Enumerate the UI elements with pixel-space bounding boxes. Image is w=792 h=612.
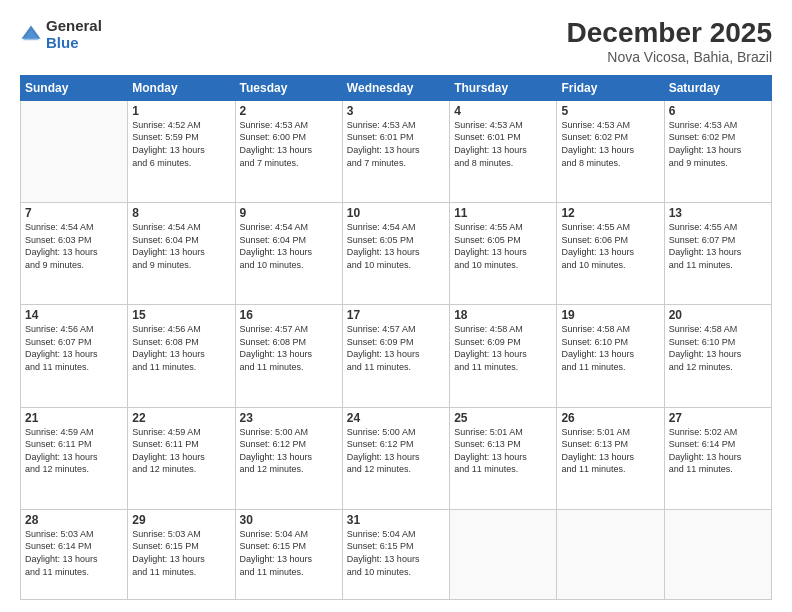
- calendar-cell: 19Sunrise: 4:58 AM Sunset: 6:10 PM Dayli…: [557, 305, 664, 407]
- day-info: Sunrise: 5:04 AM Sunset: 6:15 PM Dayligh…: [240, 528, 338, 578]
- calendar-cell: 26Sunrise: 5:01 AM Sunset: 6:13 PM Dayli…: [557, 407, 664, 509]
- calendar-cell: 25Sunrise: 5:01 AM Sunset: 6:13 PM Dayli…: [450, 407, 557, 509]
- day-info: Sunrise: 4:54 AM Sunset: 6:04 PM Dayligh…: [240, 221, 338, 271]
- logo-blue: Blue: [46, 35, 102, 52]
- calendar-cell: 21Sunrise: 4:59 AM Sunset: 6:11 PM Dayli…: [21, 407, 128, 509]
- calendar-cell: 18Sunrise: 4:58 AM Sunset: 6:09 PM Dayli…: [450, 305, 557, 407]
- day-number: 29: [132, 513, 230, 527]
- day-info: Sunrise: 4:59 AM Sunset: 6:11 PM Dayligh…: [132, 426, 230, 476]
- day-info: Sunrise: 4:53 AM Sunset: 6:00 PM Dayligh…: [240, 119, 338, 169]
- day-number: 4: [454, 104, 552, 118]
- day-info: Sunrise: 4:57 AM Sunset: 6:09 PM Dayligh…: [347, 323, 445, 373]
- day-number: 28: [25, 513, 123, 527]
- calendar-header-wednesday: Wednesday: [342, 75, 449, 100]
- calendar-header-friday: Friday: [557, 75, 664, 100]
- day-number: 27: [669, 411, 767, 425]
- calendar-cell: 23Sunrise: 5:00 AM Sunset: 6:12 PM Dayli…: [235, 407, 342, 509]
- title-block: December 2025 Nova Vicosa, Bahia, Brazil: [567, 18, 772, 65]
- calendar-cell: 31Sunrise: 5:04 AM Sunset: 6:15 PM Dayli…: [342, 509, 449, 599]
- day-info: Sunrise: 4:54 AM Sunset: 6:05 PM Dayligh…: [347, 221, 445, 271]
- day-info: Sunrise: 4:56 AM Sunset: 6:07 PM Dayligh…: [25, 323, 123, 373]
- calendar-cell: 5Sunrise: 4:53 AM Sunset: 6:02 PM Daylig…: [557, 100, 664, 202]
- calendar-cell: [21, 100, 128, 202]
- day-number: 7: [25, 206, 123, 220]
- month-title: December 2025: [567, 18, 772, 49]
- day-number: 3: [347, 104, 445, 118]
- day-info: Sunrise: 4:56 AM Sunset: 6:08 PM Dayligh…: [132, 323, 230, 373]
- calendar-header-monday: Monday: [128, 75, 235, 100]
- day-number: 12: [561, 206, 659, 220]
- logo: General Blue: [20, 18, 102, 51]
- calendar-cell: 13Sunrise: 4:55 AM Sunset: 6:07 PM Dayli…: [664, 203, 771, 305]
- day-number: 26: [561, 411, 659, 425]
- day-info: Sunrise: 5:01 AM Sunset: 6:13 PM Dayligh…: [561, 426, 659, 476]
- calendar-cell: 30Sunrise: 5:04 AM Sunset: 6:15 PM Dayli…: [235, 509, 342, 599]
- calendar-cell: 10Sunrise: 4:54 AM Sunset: 6:05 PM Dayli…: [342, 203, 449, 305]
- day-number: 2: [240, 104, 338, 118]
- location-subtitle: Nova Vicosa, Bahia, Brazil: [567, 49, 772, 65]
- calendar-cell: 24Sunrise: 5:00 AM Sunset: 6:12 PM Dayli…: [342, 407, 449, 509]
- day-info: Sunrise: 4:59 AM Sunset: 6:11 PM Dayligh…: [25, 426, 123, 476]
- day-number: 6: [669, 104, 767, 118]
- calendar-cell: [557, 509, 664, 599]
- day-info: Sunrise: 4:53 AM Sunset: 6:02 PM Dayligh…: [669, 119, 767, 169]
- calendar-week-row: 14Sunrise: 4:56 AM Sunset: 6:07 PM Dayli…: [21, 305, 772, 407]
- day-number: 9: [240, 206, 338, 220]
- day-number: 20: [669, 308, 767, 322]
- calendar-cell: 6Sunrise: 4:53 AM Sunset: 6:02 PM Daylig…: [664, 100, 771, 202]
- day-number: 31: [347, 513, 445, 527]
- day-number: 16: [240, 308, 338, 322]
- day-info: Sunrise: 4:53 AM Sunset: 6:01 PM Dayligh…: [347, 119, 445, 169]
- calendar-cell: 3Sunrise: 4:53 AM Sunset: 6:01 PM Daylig…: [342, 100, 449, 202]
- calendar-cell: 22Sunrise: 4:59 AM Sunset: 6:11 PM Dayli…: [128, 407, 235, 509]
- day-info: Sunrise: 4:54 AM Sunset: 6:03 PM Dayligh…: [25, 221, 123, 271]
- day-info: Sunrise: 5:03 AM Sunset: 6:15 PM Dayligh…: [132, 528, 230, 578]
- calendar-cell: 12Sunrise: 4:55 AM Sunset: 6:06 PM Dayli…: [557, 203, 664, 305]
- day-number: 1: [132, 104, 230, 118]
- calendar-cell: 17Sunrise: 4:57 AM Sunset: 6:09 PM Dayli…: [342, 305, 449, 407]
- calendar-cell: [450, 509, 557, 599]
- day-info: Sunrise: 4:52 AM Sunset: 5:59 PM Dayligh…: [132, 119, 230, 169]
- header: General Blue December 2025 Nova Vicosa, …: [20, 18, 772, 65]
- day-info: Sunrise: 5:02 AM Sunset: 6:14 PM Dayligh…: [669, 426, 767, 476]
- day-number: 25: [454, 411, 552, 425]
- day-info: Sunrise: 5:00 AM Sunset: 6:12 PM Dayligh…: [240, 426, 338, 476]
- calendar-header-row: SundayMondayTuesdayWednesdayThursdayFrid…: [21, 75, 772, 100]
- day-number: 22: [132, 411, 230, 425]
- day-info: Sunrise: 5:04 AM Sunset: 6:15 PM Dayligh…: [347, 528, 445, 578]
- calendar-cell: [664, 509, 771, 599]
- calendar-week-row: 7Sunrise: 4:54 AM Sunset: 6:03 PM Daylig…: [21, 203, 772, 305]
- calendar-cell: 1Sunrise: 4:52 AM Sunset: 5:59 PM Daylig…: [128, 100, 235, 202]
- logo-icon: [20, 24, 42, 46]
- day-info: Sunrise: 4:55 AM Sunset: 6:05 PM Dayligh…: [454, 221, 552, 271]
- day-number: 21: [25, 411, 123, 425]
- day-info: Sunrise: 4:53 AM Sunset: 6:01 PM Dayligh…: [454, 119, 552, 169]
- calendar-cell: 11Sunrise: 4:55 AM Sunset: 6:05 PM Dayli…: [450, 203, 557, 305]
- day-info: Sunrise: 4:53 AM Sunset: 6:02 PM Dayligh…: [561, 119, 659, 169]
- day-info: Sunrise: 4:58 AM Sunset: 6:10 PM Dayligh…: [561, 323, 659, 373]
- calendar-cell: 16Sunrise: 4:57 AM Sunset: 6:08 PM Dayli…: [235, 305, 342, 407]
- day-number: 10: [347, 206, 445, 220]
- calendar-cell: 15Sunrise: 4:56 AM Sunset: 6:08 PM Dayli…: [128, 305, 235, 407]
- calendar-header-thursday: Thursday: [450, 75, 557, 100]
- calendar-header-tuesday: Tuesday: [235, 75, 342, 100]
- day-number: 5: [561, 104, 659, 118]
- day-number: 19: [561, 308, 659, 322]
- calendar-cell: 7Sunrise: 4:54 AM Sunset: 6:03 PM Daylig…: [21, 203, 128, 305]
- day-number: 24: [347, 411, 445, 425]
- day-number: 30: [240, 513, 338, 527]
- day-number: 11: [454, 206, 552, 220]
- day-info: Sunrise: 4:58 AM Sunset: 6:10 PM Dayligh…: [669, 323, 767, 373]
- calendar-week-row: 28Sunrise: 5:03 AM Sunset: 6:14 PM Dayli…: [21, 509, 772, 599]
- logo-text: General Blue: [46, 18, 102, 51]
- day-info: Sunrise: 4:55 AM Sunset: 6:06 PM Dayligh…: [561, 221, 659, 271]
- day-info: Sunrise: 5:01 AM Sunset: 6:13 PM Dayligh…: [454, 426, 552, 476]
- day-info: Sunrise: 5:00 AM Sunset: 6:12 PM Dayligh…: [347, 426, 445, 476]
- calendar-cell: 27Sunrise: 5:02 AM Sunset: 6:14 PM Dayli…: [664, 407, 771, 509]
- day-info: Sunrise: 4:54 AM Sunset: 6:04 PM Dayligh…: [132, 221, 230, 271]
- day-number: 14: [25, 308, 123, 322]
- day-info: Sunrise: 4:57 AM Sunset: 6:08 PM Dayligh…: [240, 323, 338, 373]
- calendar-week-row: 21Sunrise: 4:59 AM Sunset: 6:11 PM Dayli…: [21, 407, 772, 509]
- day-number: 15: [132, 308, 230, 322]
- calendar-cell: 28Sunrise: 5:03 AM Sunset: 6:14 PM Dayli…: [21, 509, 128, 599]
